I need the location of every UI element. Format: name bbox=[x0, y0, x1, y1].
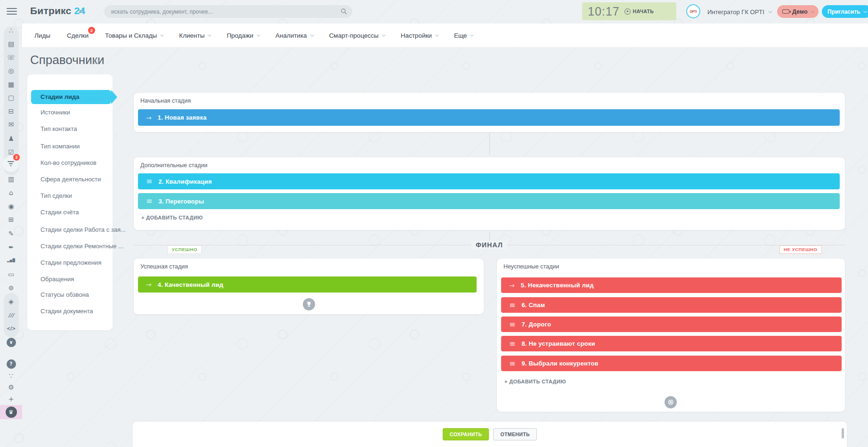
helpdesk-icon[interactable]: ? bbox=[7, 359, 16, 369]
more-apps-icon[interactable]: ∨ bbox=[7, 338, 16, 347]
drive-icon[interactable]: ⊟ bbox=[0, 106, 22, 117]
menu-item-industry[interactable]: Сфера деятельности bbox=[31, 175, 111, 184]
premium-icon[interactable]: ♛ bbox=[6, 406, 17, 418]
add-stage-button[interactable]: + ДОБАВИТЬ СТАДИЮ bbox=[504, 379, 566, 384]
chevron-down-icon bbox=[161, 33, 164, 36]
deals-counter-badge: 2 bbox=[88, 27, 95, 34]
hamburger-menu-icon[interactable] bbox=[7, 8, 17, 15]
switch-portal-icon[interactable]: ⇄ bbox=[79, 8, 84, 15]
sign-icon[interactable]: ✒ bbox=[0, 242, 22, 253]
fail-zone-tab: НЕ УСПЕШНО bbox=[779, 245, 822, 254]
add-icon[interactable]: + bbox=[0, 393, 22, 405]
scrollbar-thumb[interactable] bbox=[842, 428, 844, 439]
company-icon[interactable]: ⌂ bbox=[0, 187, 22, 198]
stage-bar-competitors[interactable]: ≡ 9. Выбрали конкурентов bbox=[501, 356, 842, 371]
sales-icon[interactable]: ⊞ bbox=[0, 214, 22, 225]
main-nav: Лиды Сделки2 Товары и Склады Клиенты Про… bbox=[22, 24, 868, 47]
add-stage-button[interactable]: + ДОБАВИТЬ СТАДИЮ bbox=[141, 215, 203, 220]
nav-item-smart-processes[interactable]: Смарт-процессы bbox=[329, 32, 384, 39]
arrow-right-icon: → bbox=[146, 115, 152, 120]
avatar[interactable]: OPTI bbox=[686, 4, 700, 18]
menu-item-inquiries[interactable]: Обращения bbox=[31, 275, 111, 284]
nav-item-deals[interactable]: Сделки2 bbox=[67, 32, 89, 39]
play-icon bbox=[625, 8, 631, 15]
nav-item-analytics[interactable]: Аналитика bbox=[276, 32, 313, 39]
cancel-button[interactable]: ОТМЕНИТЬ bbox=[493, 428, 537, 440]
newsfeed-icon[interactable]: ▤ bbox=[0, 38, 22, 49]
nav-item-products[interactable]: Товары и Склады bbox=[105, 32, 162, 39]
invite-button[interactable]: Пригласить bbox=[822, 5, 868, 18]
stage-bar-qualification[interactable]: ≡ 2. Квалификация bbox=[138, 173, 840, 189]
crm-icon[interactable]: 2 bbox=[3, 156, 19, 172]
menu-item-invoice-stages[interactable]: Стадии счёта bbox=[31, 208, 111, 217]
nav-item-leads[interactable]: Лиды bbox=[34, 32, 50, 39]
drag-handle-icon[interactable]: ≡ bbox=[509, 361, 515, 366]
menu-item-document-stages[interactable]: Стадии документа bbox=[31, 307, 111, 316]
demo-plan-button[interactable]: Демо bbox=[777, 5, 819, 18]
messenger-icon[interactable]: ☏ bbox=[0, 52, 22, 63]
start-workday-button[interactable]: НАЧАТЬ bbox=[625, 8, 654, 15]
stage-label: 6. Спам bbox=[521, 301, 545, 309]
menu-item-deal-stages-requests[interactable]: Стадии сделки Работа с зая... bbox=[31, 225, 111, 235]
market-icon[interactable]: ◈ bbox=[0, 296, 22, 307]
planner-icon[interactable]: ▥ bbox=[0, 173, 22, 185]
top-bar: Битрикс 24 ⇄ 10:17 НАЧАТЬ OPTI Интеграто… bbox=[0, 0, 868, 24]
menu-item-company-type[interactable]: Тип компании bbox=[31, 142, 111, 151]
favorite-star-icon[interactable]: ☆ bbox=[92, 56, 100, 66]
stage-bar-bad-lead[interactable]: → 5. Некачественный лид bbox=[501, 277, 842, 293]
idcard-icon[interactable]: ▭ bbox=[0, 268, 22, 280]
menu-item-quote-stages[interactable]: Стадии предложения bbox=[31, 258, 111, 268]
menu-item-employees-count[interactable]: Кол-во сотрудников bbox=[31, 158, 111, 168]
nav-item-more[interactable]: Еще bbox=[454, 32, 472, 39]
drag-handle-icon[interactable]: ≡ bbox=[146, 199, 152, 203]
integrations-icon[interactable]: ∵ bbox=[0, 370, 22, 382]
menu-item-call-statuses[interactable]: Статусы обзвона bbox=[31, 290, 111, 300]
robot-icon[interactable]: ⊚ bbox=[0, 282, 22, 293]
search-input[interactable] bbox=[104, 5, 352, 18]
app-logo[interactable]: Битрикс 24 bbox=[30, 5, 85, 16]
drag-handle-icon[interactable]: ≡ bbox=[146, 179, 152, 184]
marketing-m-icon[interactable]: /// bbox=[0, 310, 22, 321]
stage-bar-spam[interactable]: ≡ 6. Спам bbox=[501, 297, 842, 313]
fail-stages-card: Неуспешные стадии → 5. Некачественный ли… bbox=[496, 258, 845, 412]
documents-icon[interactable]: ▢ bbox=[0, 92, 22, 103]
dictionary-menu: Стадии лида Источники Тип контакта Тип к… bbox=[27, 74, 113, 331]
final-label: ФИНАЛ bbox=[471, 241, 507, 249]
nav-item-clients[interactable]: Клиенты bbox=[179, 32, 210, 39]
menu-item-contact-type[interactable]: Тип контакта bbox=[31, 124, 111, 134]
drag-handle-icon[interactable]: ≡ bbox=[509, 322, 515, 327]
account-menu[interactable]: Интегратор ГК OPTI bbox=[707, 0, 771, 24]
nav-item-settings[interactable]: Настройки bbox=[401, 32, 438, 39]
stage-bar-expensive[interactable]: ≡ 7. Дорого bbox=[501, 317, 842, 332]
clock-time: 10:17 bbox=[588, 5, 620, 18]
settings-icon[interactable]: ⚙ bbox=[0, 382, 22, 393]
drag-handle-icon[interactable]: ≡ bbox=[509, 303, 515, 308]
stage-label: 1. Новая заявка bbox=[158, 114, 207, 121]
stage-bar-quality-lead[interactable]: → 4. Качественный лид bbox=[138, 276, 477, 293]
drag-handle-icon[interactable]: ≡ bbox=[509, 341, 515, 346]
search-icon[interactable] bbox=[341, 8, 347, 15]
mail-icon[interactable]: ✉ bbox=[0, 119, 22, 130]
employees-icon[interactable]: ♟ bbox=[0, 133, 22, 144]
worktime-widget[interactable]: 10:17 НАЧАТЬ bbox=[582, 2, 676, 20]
stage-bar-negotiation[interactable]: ≡ 3. Переговоры bbox=[138, 193, 840, 209]
analytics-icon[interactable]: ▂▅█ bbox=[0, 255, 22, 266]
stage-bar-new-lead[interactable]: → 1. Новая заявка bbox=[138, 109, 840, 126]
network-icon[interactable]: ∴ bbox=[0, 25, 22, 36]
calendar-icon[interactable]: ▦ bbox=[0, 79, 22, 90]
marketing-icon[interactable]: ◉ bbox=[0, 201, 22, 212]
save-button[interactable]: СОХРАНИТЬ bbox=[443, 428, 489, 440]
stage-bar-timing[interactable]: ≡ 8. Не устраивают сроки bbox=[501, 336, 842, 351]
docs-edit-icon[interactable]: ✎ bbox=[0, 228, 22, 239]
tasks-icon[interactable]: ◎ bbox=[0, 65, 22, 76]
sites-icon[interactable]: </> bbox=[0, 323, 22, 334]
nav-item-sales[interactable]: Продажи bbox=[227, 32, 259, 39]
success-zone-tab: УСПЕШНО bbox=[168, 245, 202, 254]
menu-item-deal-type[interactable]: Тип сделки bbox=[31, 191, 111, 201]
chevron-down-icon bbox=[435, 33, 438, 36]
menu-item-sources[interactable]: Источники bbox=[31, 108, 111, 117]
stage-label: 4. Качественный лид bbox=[158, 281, 223, 288]
menu-item-lead-stages[interactable]: Стадии лида bbox=[31, 90, 111, 104]
menu-item-deal-stages-repair[interactable]: Стадии сделки Ремонтные ... bbox=[31, 242, 111, 251]
arrow-right-icon: → bbox=[146, 282, 152, 287]
